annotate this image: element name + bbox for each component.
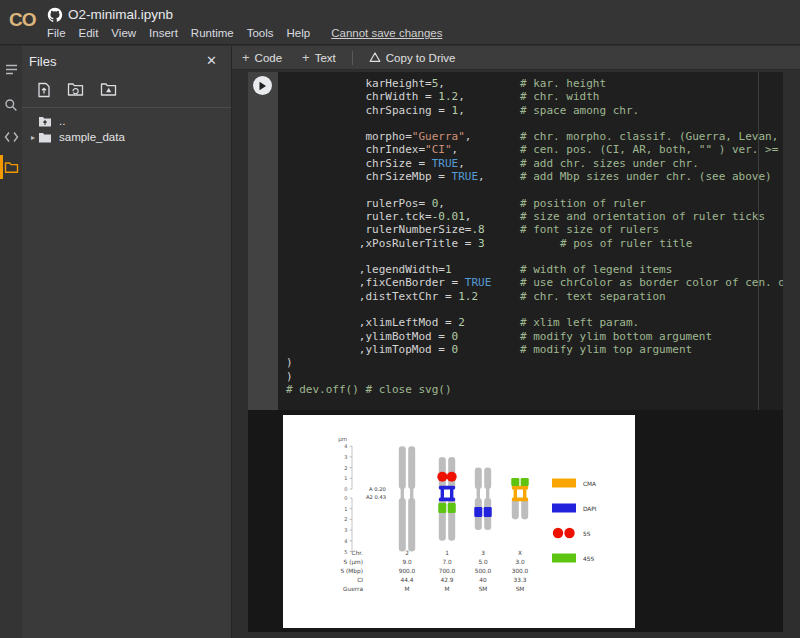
svg-text:M: M <box>404 586 409 592</box>
github-icon[interactable] <box>47 7 63 23</box>
caret-right-icon[interactable]: ▸ <box>28 133 38 142</box>
svg-text:44.4: 44.4 <box>401 577 414 583</box>
code-line[interactable] <box>286 250 783 263</box>
close-icon[interactable]: ✕ <box>206 53 217 68</box>
colab-app: { "header": { "logo_text": "CO", "title"… <box>0 0 800 638</box>
code-line[interactable]: ,fixCenBorder = TRUE# use chrColor as bo… <box>286 276 783 289</box>
svg-text:3: 3 <box>481 550 485 556</box>
svg-text:1: 1 <box>445 550 449 556</box>
upload-file-icon[interactable] <box>37 82 51 98</box>
code-line[interactable]: ,xPosRulerTitle = 3# pos of ruler title <box>286 237 783 250</box>
sidebar-rail <box>0 46 22 638</box>
code-line[interactable]: ,distTextChr = 1.2# chr. text separation <box>286 290 783 303</box>
svg-text:DAPI: DAPI <box>583 506 597 512</box>
svg-text:45S: 45S <box>583 556 594 562</box>
output-plot: µm43210012345A 0.20A2 0.43CMADAPI5S45SCh… <box>283 415 635 628</box>
code-snippets-icon[interactable] <box>0 122 22 152</box>
notebook-title[interactable]: O2-minimal.ipynb <box>68 7 173 22</box>
svg-text:1: 1 <box>344 475 347 481</box>
file-tree: .. ▸ sample_data <box>22 108 231 145</box>
code-line[interactable]: ,legendWidth=1# width of legend items <box>286 263 783 276</box>
code-line[interactable]: karHeight=5,# kar. height <box>286 77 783 90</box>
svg-text:3: 3 <box>344 527 347 533</box>
copy-to-drive-label: Copy to Drive <box>386 52 456 64</box>
menu-item-edit[interactable]: Edit <box>79 27 99 39</box>
copy-to-drive-button[interactable]: Copy to Drive <box>359 46 466 69</box>
refresh-folder-icon[interactable] <box>67 82 84 98</box>
menu-bar: FileEditViewInsertRuntimeToolsHelpCannot… <box>47 27 442 39</box>
svg-text:CI: CI <box>357 577 363 583</box>
files-actions <box>22 72 231 108</box>
code-line[interactable] <box>286 183 783 196</box>
add-code-button[interactable]: + Code <box>232 46 292 69</box>
save-status-link[interactable]: Cannot save changes <box>331 27 442 39</box>
folder-icon <box>38 131 52 144</box>
svg-text:500.0: 500.0 <box>475 568 492 574</box>
code-line[interactable] <box>286 303 783 316</box>
karyotype-svg: µm43210012345A 0.20A2 0.43CMADAPI5S45SCh… <box>283 415 635 628</box>
svg-text:2: 2 <box>344 516 347 522</box>
svg-text:42.9: 42.9 <box>441 577 454 583</box>
code-line[interactable]: ,ylimBotMod = 0# modify ylim bottom argu… <box>286 330 783 343</box>
svg-text:Guerra: Guerra <box>343 586 363 592</box>
run-cell-button[interactable] <box>253 76 272 95</box>
add-text-label: Text <box>315 52 336 64</box>
code-line[interactable]: ,xlimLeftMod = 2# xlim left param. <box>286 316 783 329</box>
code-line[interactable]: chrSpacing = 1,# space among chr. <box>286 104 783 117</box>
svg-text:4: 4 <box>344 443 347 449</box>
plus-icon: + <box>302 50 310 65</box>
svg-text:9.0: 9.0 <box>402 559 412 565</box>
svg-text:µm: µm <box>338 436 347 443</box>
svg-text:Chr.: Chr. <box>352 550 364 556</box>
drive-icon <box>369 52 381 63</box>
code-line[interactable]: ruler.tck=-0.01,# size and orientation o… <box>286 210 783 223</box>
svg-text:S (µm): S (µm) <box>344 559 363 566</box>
add-text-button[interactable]: + Text <box>292 46 346 69</box>
files-icon[interactable] <box>0 152 22 182</box>
table-of-contents-icon[interactable] <box>0 54 22 84</box>
code-line[interactable]: rulerPos= 0,# position of ruler <box>286 197 783 210</box>
svg-text:X: X <box>518 550 522 556</box>
menu-item-file[interactable]: File <box>47 27 66 39</box>
svg-text:SM: SM <box>516 586 525 592</box>
code-line[interactable]: chrWidth = 1.2,# chr. width <box>286 90 783 103</box>
menu-item-insert[interactable]: Insert <box>149 27 178 39</box>
app-header: CO O2-minimal.ipynb FileEditViewInsertRu… <box>0 0 800 45</box>
menu-item-runtime[interactable]: Runtime <box>191 27 234 39</box>
mount-drive-icon[interactable] <box>100 82 117 98</box>
cell-output: µm43210012345A 0.20A2 0.43CMADAPI5S45SCh… <box>248 410 783 632</box>
svg-text:5S: 5S <box>583 531 591 537</box>
search-icon[interactable] <box>0 90 22 120</box>
code-line[interactable]: # dev.off() # close svg() <box>286 383 783 396</box>
svg-text:300.0: 300.0 <box>512 568 529 574</box>
tree-item-parent-dir[interactable]: .. <box>38 113 231 129</box>
svg-text:900.0: 900.0 <box>399 568 416 574</box>
svg-text:1: 1 <box>344 506 347 512</box>
code-line[interactable]: ) <box>286 356 783 369</box>
svg-text:SM: SM <box>479 586 488 592</box>
cell-gutter <box>248 72 278 410</box>
folder-up-icon <box>38 115 52 128</box>
code-line[interactable]: rulerNumberSize=.8# font size of rulers <box>286 223 783 236</box>
tree-item-label: sample_data <box>59 131 125 143</box>
code-line[interactable] <box>286 117 783 130</box>
colab-logo[interactable]: CO <box>9 9 36 31</box>
notebook-toolbar: + Code + Text Copy to Drive <box>232 46 800 70</box>
tree-item-sample-data[interactable]: ▸ sample_data <box>22 129 231 145</box>
code-line[interactable]: ,ylimTopMod = 0# modify ylim top argumen… <box>286 343 783 356</box>
svg-text:2: 2 <box>405 550 409 556</box>
code-line[interactable]: morpho="Guerra",# chr. morpho. classif. … <box>286 130 783 143</box>
svg-text:7.0: 7.0 <box>442 559 452 565</box>
menu-item-tools[interactable]: Tools <box>247 27 274 39</box>
code-line[interactable]: chrSizeMbp = TRUE,# add Mbp sizes under … <box>286 170 783 183</box>
menu-item-help[interactable]: Help <box>287 27 311 39</box>
code-editor[interactable]: karHeight=5,# kar. height chrWidth = 1.2… <box>278 72 783 410</box>
svg-text:A2 0.43: A2 0.43 <box>366 494 386 500</box>
code-line[interactable]: chrIndex="CI",# cen. pos. (CI, AR, both,… <box>286 143 783 156</box>
svg-text:A 0.20: A 0.20 <box>369 486 386 492</box>
files-panel: Files ✕ .. ▸ <box>22 46 232 638</box>
code-line[interactable]: chrSize = TRUE,# add chr. sizes under ch… <box>286 157 783 170</box>
menu-item-view[interactable]: View <box>111 27 136 39</box>
svg-text:5: 5 <box>344 549 347 555</box>
code-line[interactable]: ) <box>286 370 783 383</box>
